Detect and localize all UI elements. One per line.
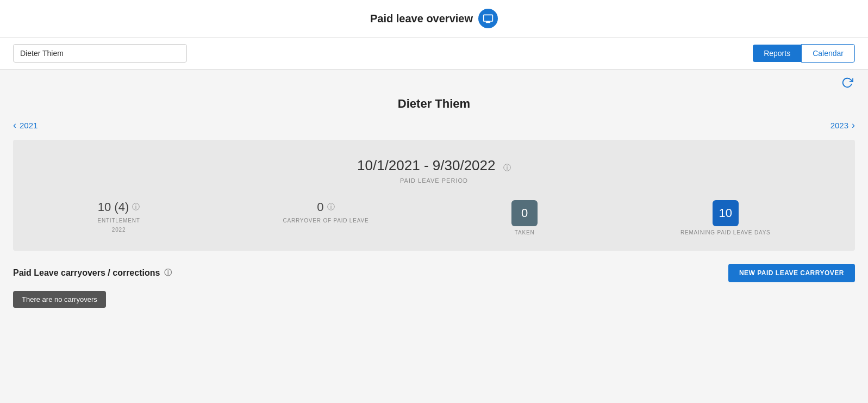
period-card: 10/1/2021 - 9/30/2022 ⓘ PAID LEAVE PERIO… xyxy=(13,140,855,251)
reports-button[interactable]: Reports xyxy=(753,45,801,62)
refresh-icon[interactable] xyxy=(840,75,855,90)
carryover-label: CARRYOVER OF PAID LEAVE xyxy=(283,218,369,224)
carryovers-title-text: Paid Leave carryovers / corrections xyxy=(13,268,160,278)
new-carryover-button[interactable]: NEW PAID LEAVE CARRYOVER xyxy=(728,264,855,282)
taken-stat: 0 TAKEN xyxy=(511,200,538,235)
entitlement-info-icon[interactable]: ⓘ xyxy=(132,202,140,212)
refresh-area xyxy=(0,70,868,90)
remaining-badge: 10 xyxy=(713,200,739,226)
prev-year-label: 2021 xyxy=(20,121,38,130)
carryover-stat: 0 ⓘ CARRYOVER OF PAID LEAVE xyxy=(283,200,369,224)
period-date-range: 10/1/2021 - 9/30/2022 ⓘ xyxy=(26,157,842,174)
period-label: PAID LEAVE PERIOD xyxy=(26,177,842,184)
monitor-icon xyxy=(478,9,498,28)
period-stats: 10 (4) ⓘ ENTITLEMENT 2022 0 ⓘ CARRYOVER … xyxy=(26,200,842,235)
year-navigation: ‹ 2021 2023 › xyxy=(13,120,855,131)
page-title: Paid leave overview xyxy=(370,13,473,25)
entitlement-value-row: 10 (4) ⓘ xyxy=(98,200,140,214)
carryovers-title-area: Paid Leave carryovers / corrections ⓘ xyxy=(13,268,172,278)
entitlement-value: 10 (4) xyxy=(98,200,129,214)
next-year-label: 2023 xyxy=(830,121,848,130)
carryover-value-row: 0 ⓘ xyxy=(317,200,334,214)
carryovers-info-icon[interactable]: ⓘ xyxy=(164,268,172,278)
carryover-value: 0 xyxy=(317,200,323,214)
page-title-container: Paid leave overview xyxy=(370,9,498,28)
prev-year-nav[interactable]: ‹ 2021 xyxy=(13,120,38,131)
taken-label: TAKEN xyxy=(515,230,535,235)
taken-badge: 0 xyxy=(511,200,538,226)
no-carryovers-badge: There are no carryovers xyxy=(13,291,106,308)
carryovers-header: Paid Leave carryovers / corrections ⓘ NE… xyxy=(13,264,855,282)
period-info-icon[interactable]: ⓘ xyxy=(503,163,511,172)
employee-search-input[interactable] xyxy=(13,44,187,63)
entitlement-label: ENTITLEMENT xyxy=(97,218,140,224)
carryover-info-icon[interactable]: ⓘ xyxy=(327,202,335,212)
page-header: Paid leave overview xyxy=(0,0,868,38)
next-year-nav[interactable]: 2023 › xyxy=(830,120,855,131)
top-bar-actions: Reports Calendar xyxy=(753,44,855,63)
right-arrow-icon: › xyxy=(852,120,855,131)
main-content: Dieter Thiem ‹ 2021 2023 › 10/1/2021 - 9… xyxy=(0,97,868,321)
entitlement-stat: 10 (4) ⓘ ENTITLEMENT 2022 xyxy=(97,200,140,233)
carryovers-section: Paid Leave carryovers / corrections ⓘ NE… xyxy=(13,264,855,308)
left-arrow-icon: ‹ xyxy=(13,120,16,131)
remaining-stat: 10 REMAINING PAID LEAVE DAYS xyxy=(680,200,771,235)
employee-name: Dieter Thiem xyxy=(13,97,855,111)
calendar-button[interactable]: Calendar xyxy=(801,44,855,63)
top-bar: Reports Calendar xyxy=(0,38,868,70)
remaining-label: REMAINING PAID LEAVE DAYS xyxy=(680,230,771,235)
entitlement-sub: 2022 xyxy=(112,227,126,233)
